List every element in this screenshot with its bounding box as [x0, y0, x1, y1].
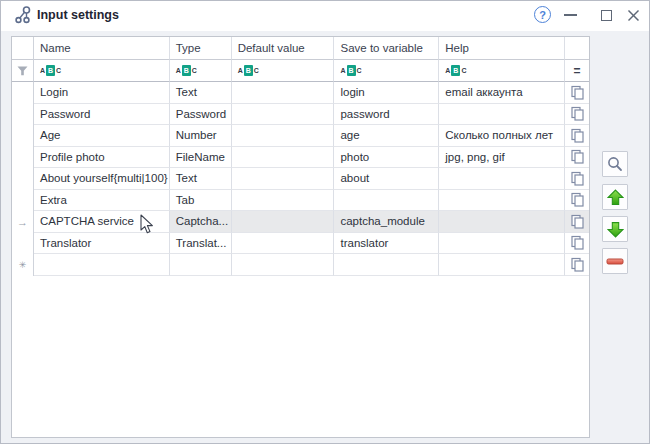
- cell-help[interactable]: email аккаунта: [439, 82, 565, 104]
- header-gutter: [12, 37, 34, 60]
- table-row: About yourself{multi|100} Text about: [12, 168, 589, 190]
- cell-default-value[interactable]: [232, 233, 335, 255]
- copy-row-button[interactable]: [565, 125, 589, 147]
- copy-row-button[interactable]: [565, 104, 589, 126]
- cell-type[interactable]: [170, 254, 232, 276]
- cell-help[interactable]: [439, 211, 565, 233]
- copy-row-button[interactable]: [565, 147, 589, 169]
- cell-default-value[interactable]: [232, 254, 335, 276]
- filter-input-save-to-variable[interactable]: ABC: [334, 60, 439, 82]
- remove-row-button[interactable]: [602, 248, 628, 274]
- cell-default-value[interactable]: [232, 211, 335, 233]
- column-header-type[interactable]: Type: [170, 37, 232, 60]
- row-gutter[interactable]: [12, 82, 34, 104]
- row-gutter[interactable]: [12, 147, 34, 169]
- column-header-save-to-variable[interactable]: Save to variable: [334, 37, 439, 60]
- move-down-button[interactable]: [602, 216, 628, 242]
- grid-rows: Login Text login email аккаунта Password…: [12, 82, 589, 276]
- cell-help[interactable]: [439, 168, 565, 190]
- copy-row-button[interactable]: [565, 254, 589, 276]
- filter-input-default-value[interactable]: ABC: [232, 60, 335, 82]
- copy-icon: [570, 257, 585, 272]
- cell-default-value[interactable]: [232, 82, 335, 104]
- cell-name[interactable]: Extra: [34, 190, 170, 212]
- row-gutter[interactable]: →: [12, 211, 34, 233]
- copy-row-button[interactable]: [565, 233, 589, 255]
- cell-save-to-variable[interactable]: password: [334, 104, 439, 126]
- filter-equals[interactable]: =: [565, 60, 589, 82]
- copy-icon: [570, 214, 585, 229]
- row-gutter[interactable]: [12, 104, 34, 126]
- cell-save-to-variable[interactable]: login: [334, 82, 439, 104]
- cell-type[interactable]: Captcha...: [170, 211, 232, 233]
- cell-type[interactable]: Translat...: [170, 233, 232, 255]
- column-header-default-value[interactable]: Default value: [232, 37, 335, 60]
- cell-default-value[interactable]: [232, 190, 335, 212]
- cell-type[interactable]: Tab: [170, 190, 232, 212]
- input-settings-window: Input settings ? Name Type Default value…: [0, 0, 650, 444]
- filter-input-help[interactable]: ABC: [439, 60, 565, 82]
- filter-input-name[interactable]: ABC: [34, 60, 170, 82]
- input-settings-grid: Name Type Default value Save to variable…: [11, 36, 590, 438]
- cell-name[interactable]: Profile photo: [34, 147, 170, 169]
- row-gutter[interactable]: [12, 233, 34, 255]
- cell-name[interactable]: Login: [34, 82, 170, 104]
- copy-icon: [570, 235, 585, 250]
- cell-help[interactable]: [439, 190, 565, 212]
- cell-default-value[interactable]: [232, 147, 335, 169]
- cell-help[interactable]: Сколько полных лет: [439, 125, 565, 147]
- row-gutter[interactable]: [12, 168, 34, 190]
- cell-save-to-variable[interactable]: age: [334, 125, 439, 147]
- copy-row-button[interactable]: [565, 168, 589, 190]
- cell-save-to-variable[interactable]: about: [334, 168, 439, 190]
- row-gutter[interactable]: [12, 125, 34, 147]
- table-row: ✳: [12, 254, 589, 276]
- titlebar: Input settings ?: [1, 1, 649, 31]
- copy-icon: [570, 106, 585, 121]
- abc-filter-icon: ABC: [40, 65, 61, 76]
- close-button[interactable]: [624, 5, 642, 25]
- close-icon: [627, 9, 640, 22]
- move-up-button[interactable]: [602, 184, 628, 210]
- cell-name[interactable]: CAPTCHA service: [34, 211, 170, 233]
- maximize-icon: [601, 10, 612, 21]
- cell-default-value[interactable]: [232, 168, 335, 190]
- row-gutter[interactable]: [12, 190, 34, 212]
- minimize-button[interactable]: [561, 5, 579, 25]
- cell-name[interactable]: Age: [34, 125, 170, 147]
- cell-help[interactable]: [439, 233, 565, 255]
- cell-name[interactable]: About yourself{multi|100}: [34, 168, 170, 190]
- cell-help[interactable]: [439, 254, 565, 276]
- filter-gutter[interactable]: [12, 60, 34, 82]
- cell-save-to-variable[interactable]: photo: [334, 147, 439, 169]
- cell-type[interactable]: Password: [170, 104, 232, 126]
- copy-icon: [570, 149, 585, 164]
- column-header-name[interactable]: Name: [34, 37, 170, 60]
- cell-name[interactable]: Password: [34, 104, 170, 126]
- search-button[interactable]: [602, 151, 628, 177]
- copy-row-button[interactable]: [565, 190, 589, 212]
- cell-type[interactable]: FileName: [170, 147, 232, 169]
- cell-name[interactable]: Translator: [34, 233, 170, 255]
- cell-save-to-variable[interactable]: translator: [334, 233, 439, 255]
- cell-type[interactable]: Number: [170, 125, 232, 147]
- cell-type[interactable]: Text: [170, 168, 232, 190]
- cell-default-value[interactable]: [232, 104, 335, 126]
- maximize-button[interactable]: [597, 5, 615, 25]
- copy-icon: [570, 192, 585, 207]
- copy-row-button[interactable]: [565, 211, 589, 233]
- cell-type[interactable]: Text: [170, 82, 232, 104]
- row-gutter[interactable]: ✳: [12, 254, 34, 276]
- cell-default-value[interactable]: [232, 125, 335, 147]
- cell-save-to-variable[interactable]: [334, 254, 439, 276]
- cell-name[interactable]: [34, 254, 170, 276]
- copy-row-button[interactable]: [565, 82, 589, 104]
- filter-input-type[interactable]: ABC: [170, 60, 232, 82]
- column-header-help[interactable]: Help: [439, 37, 565, 60]
- help-button[interactable]: ?: [534, 6, 551, 23]
- equals-icon: =: [574, 64, 581, 78]
- cell-save-to-variable[interactable]: [334, 190, 439, 212]
- cell-help[interactable]: [439, 104, 565, 126]
- cell-help[interactable]: jpg, png, gif: [439, 147, 565, 169]
- cell-save-to-variable[interactable]: captcha_module: [334, 211, 439, 233]
